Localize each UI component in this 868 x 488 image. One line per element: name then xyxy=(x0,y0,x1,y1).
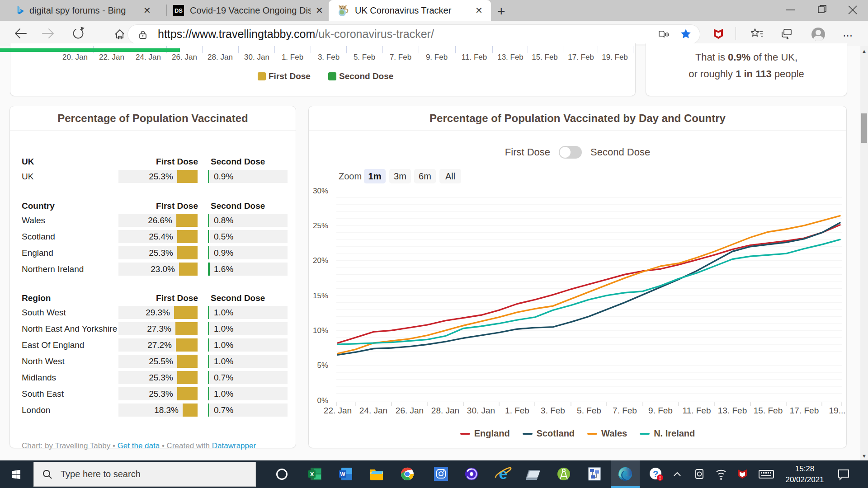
svg-text:20%: 20% xyxy=(313,256,328,265)
svg-text:24. Jan: 24. Jan xyxy=(136,53,161,61)
svg-text:20. Jan: 20. Jan xyxy=(62,53,88,61)
svg-text:28. Jan: 28. Jan xyxy=(208,53,233,61)
svg-text:30. Jan: 30. Jan xyxy=(244,53,269,61)
svg-text:0%: 0% xyxy=(317,396,328,405)
svg-text:11. Feb: 11. Feb xyxy=(682,406,711,415)
svg-text:e: e xyxy=(499,465,508,482)
svg-text:5. Feb: 5. Feb xyxy=(354,53,375,61)
svg-text:26. Jan: 26. Jan xyxy=(172,53,197,61)
svg-text:22. Jan: 22. Jan xyxy=(99,53,124,61)
svg-text:5%: 5% xyxy=(317,361,328,370)
svg-text:13. Feb: 13. Feb xyxy=(718,406,747,415)
svg-text:9. Feb: 9. Feb xyxy=(426,53,448,61)
svg-text:X: X xyxy=(310,471,314,478)
svg-text:7. Feb: 7. Feb xyxy=(390,53,411,61)
svg-text:28. Jan: 28. Jan xyxy=(431,406,459,415)
svg-text:!: ! xyxy=(659,475,661,481)
svg-text:First Dose: First Dose xyxy=(269,71,311,81)
svg-text:Second Dose: Second Dose xyxy=(339,71,393,81)
svg-text:9. Feb: 9. Feb xyxy=(648,406,673,415)
svg-text:22. Jan: 22. Jan xyxy=(324,406,352,415)
svg-text:15. Feb: 15. Feb xyxy=(754,406,783,415)
svg-text:7. Feb: 7. Feb xyxy=(613,406,637,415)
svg-text:15%: 15% xyxy=(313,291,328,300)
svg-text:30%: 30% xyxy=(313,187,328,195)
svg-text:19...: 19... xyxy=(829,406,846,415)
svg-text:26. Jan: 26. Jan xyxy=(396,406,424,415)
svg-text:11. Feb: 11. Feb xyxy=(462,53,487,61)
svg-text:19. Feb: 19. Feb xyxy=(602,53,628,61)
svg-text:13. Feb: 13. Feb xyxy=(497,53,524,61)
svg-text:17. Feb: 17. Feb xyxy=(790,406,819,415)
svg-text:1. Feb: 1. Feb xyxy=(282,53,303,61)
svg-text:5. Feb: 5. Feb xyxy=(577,406,601,415)
svg-text:W: W xyxy=(340,471,345,478)
svg-text:3. Feb: 3. Feb xyxy=(541,406,565,415)
svg-text:10%: 10% xyxy=(313,326,328,335)
svg-text:1. Feb: 1. Feb xyxy=(505,406,529,415)
svg-text:30. Jan: 30. Jan xyxy=(467,406,495,415)
svg-text:3. Feb: 3. Feb xyxy=(318,53,340,61)
svg-text:24. Jan: 24. Jan xyxy=(359,406,387,415)
svg-text:15. Feb: 15. Feb xyxy=(532,53,558,61)
svg-text:25%: 25% xyxy=(313,221,328,230)
svg-text:17. Feb: 17. Feb xyxy=(568,53,594,61)
